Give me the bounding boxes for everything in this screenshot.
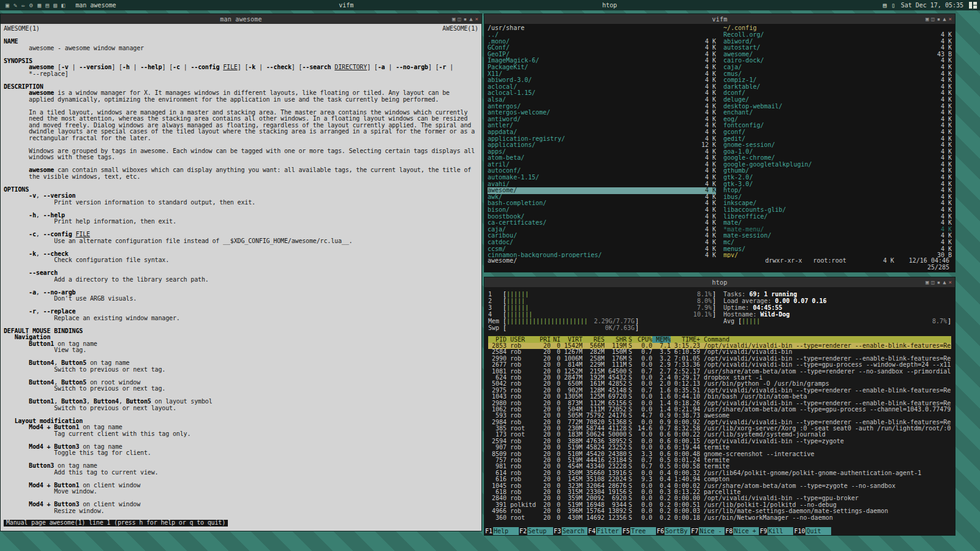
file-row[interactable]: alsa/4 K	[488, 97, 716, 103]
file-row[interactable]: gconf/4 K	[723, 129, 952, 136]
process-row[interactable]: 8509rob200510M4542024380S3.30.60:00.48gn…	[488, 451, 951, 457]
file-row[interactable]: caja/4 K	[488, 227, 716, 233]
file-row[interactable]: dconf/4 K	[723, 90, 952, 97]
fkey-f6-button[interactable]: F6SortBy	[656, 527, 690, 535]
file-row[interactable]: abiword/4 K	[723, 39, 952, 45]
fkey-f7-button[interactable]: F7Nice -	[690, 527, 725, 535]
floating-button[interactable]: ▣	[925, 277, 929, 287]
gear-tag-icon[interactable]: ⚙	[29, 2, 33, 9]
file-row[interactable]: catdoc/4 K	[488, 239, 716, 246]
file-row[interactable]: compiz-1/4 K	[723, 77, 952, 84]
htop-titlebar[interactable]: htop ▣◫▪▲×	[484, 277, 955, 287]
floating-button[interactable]: ▣	[925, 14, 929, 24]
close-button[interactable]: ×	[949, 14, 952, 24]
grid-tag-icon[interactable]: ▦	[37, 2, 41, 9]
file-row[interactable]: applications/12 K	[488, 142, 716, 149]
man-pager[interactable]: AWESOME(1) AWESOME(1) NAME awesome - awe…	[1, 24, 481, 531]
process-row[interactable]: 360root200430M1469212356S0.00.20:00.18/u…	[488, 515, 951, 521]
file-row[interactable]: deluge/4 K	[723, 97, 952, 103]
process-row[interactable]: 614rob200350M3566013916S0.00.40:00.32/us…	[488, 470, 951, 476]
square-tag-icon[interactable]: ▣	[6, 2, 9, 9]
file-row[interactable]: inkscape/4 K	[723, 200, 952, 207]
process-row[interactable]: 2984rob200772M7082051368S0.00.90:00.92/o…	[488, 419, 951, 425]
file-row[interactable]: .mono/4 K	[488, 39, 716, 45]
maximize-button[interactable]: ◫	[931, 14, 934, 24]
file-row[interactable]: autostart/4 K	[723, 45, 952, 51]
vifm-titlebar[interactable]: vifm ▣◫▪▲×	[484, 14, 955, 24]
fkey-f2-button[interactable]: F2Setup	[519, 527, 553, 535]
file-row[interactable]: GConf/4 K	[488, 45, 716, 51]
file-row[interactable]: cmus/4 K	[723, 71, 952, 78]
fkey-f4-button[interactable]: F4Filter	[587, 527, 622, 535]
file-row[interactable]: mate/4 K	[723, 220, 952, 227]
process-row[interactable]: 2677rob200814M229M111MS0.02.97:33.36/opt…	[488, 362, 951, 368]
file-row[interactable]: bison/4 K	[488, 207, 716, 214]
file-row[interactable]: gnome-session/4 K	[723, 142, 952, 149]
process-row[interactable]: 5042rob200650M161M42852S0.02.00:12.13/us…	[488, 381, 951, 387]
file-row[interactable]: mc/4 K	[723, 239, 952, 246]
file-row[interactable]: Recoll.org/4 K	[723, 32, 952, 39]
file-row[interactable]: fontconfig/4 K	[723, 122, 952, 129]
file-row[interactable]: darktable/4 K	[723, 84, 952, 91]
process-row[interactable]: 2594rob200388M4763638952S0.00.60:00.15/o…	[488, 438, 951, 444]
ontop-button[interactable]: ▲	[469, 14, 472, 24]
column-header-pri[interactable]: PRI	[537, 336, 551, 343]
file-row[interactable]: gedit/4 K	[723, 136, 952, 143]
sticky-button[interactable]: ▪	[464, 14, 467, 24]
file-row[interactable]: caja/4 K	[723, 64, 952, 71]
fkey-f10-button[interactable]: F10Quit	[793, 527, 831, 535]
column-header-shr[interactable]: SHR	[605, 336, 627, 343]
file-row[interactable]: bash-completion/4 K	[488, 200, 716, 207]
column-header-ni[interactable]: NI	[551, 336, 560, 343]
half-square-tag-icon[interactable]: ◧	[61, 2, 65, 9]
file-row[interactable]: enchant/4 K	[723, 110, 952, 116]
file-row[interactable]: aclocal/4 K	[488, 84, 716, 91]
file-row[interactable]: *mate-menu/4 K	[723, 227, 952, 233]
file-row[interactable]: atom-beta/4 K	[488, 155, 716, 162]
column-header-time[interactable]: TIME+	[671, 336, 700, 343]
file-row[interactable]: autoconf/4 K	[488, 168, 716, 174]
file-row[interactable]: htop/4 K	[723, 187, 952, 194]
column-header-mem[interactable]: MEM%	[652, 336, 671, 343]
fkey-f5-button[interactable]: F5Tree	[622, 527, 656, 535]
file-row[interactable]: goa-1.0/4 K	[723, 149, 952, 156]
maximize-button[interactable]: ◫	[931, 277, 934, 287]
fkey-f3-button[interactable]: F3Search	[553, 527, 587, 535]
file-row[interactable]: awk/4 K	[488, 194, 716, 201]
process-row[interactable]: 2584rob2001267M282M150MS0.73.56:10.59/op…	[488, 349, 951, 355]
process-row[interactable]: 4966rob200396M1576413892S0.00.20:00.03/u…	[488, 508, 951, 514]
process-row[interactable]: 624rob2002847M192M45432S0.02.40:29.17dro…	[488, 375, 951, 381]
file-row[interactable]: gtk-3.0/4 K	[723, 181, 952, 188]
document-icon[interactable]: ▤	[883, 2, 887, 9]
tasklist-item-vifm[interactable]: vifm	[334, 2, 597, 9]
process-row[interactable]: 981rob200454M4334023228S0.70.50:00.58ter…	[488, 463, 951, 470]
ontop-button[interactable]: ▲	[943, 277, 946, 287]
file-row[interactable]: boostbook/4 K	[488, 214, 716, 220]
close-button[interactable]: ×	[475, 14, 478, 24]
process-row[interactable]: 2980rob200873M112M65156S0.01.40:18.26/op…	[488, 400, 951, 407]
file-row[interactable]: application-registry/4 K	[488, 136, 716, 143]
fkey-f9-button[interactable]: F9Kill	[759, 527, 793, 535]
file-row[interactable]: ibus/4 K	[723, 194, 952, 201]
file-row[interactable]: gthumb/4 K	[723, 168, 952, 174]
file-row[interactable]: antergos/4 K	[488, 103, 716, 110]
process-row[interactable]: 2975rob200902M128M45148S0.71.60:35.51/op…	[488, 388, 951, 394]
file-row[interactable]: GeoIP/4 K	[488, 51, 716, 58]
column-header-command[interactable]: Command	[700, 336, 951, 343]
ontop-button[interactable]: ▲	[943, 14, 946, 24]
file-row[interactable]: apps/4 K	[488, 149, 716, 156]
file-row[interactable]: X11/4 K	[488, 71, 716, 78]
file-row[interactable]: aclocal-1.15/4 K	[488, 90, 716, 97]
process-row[interactable]: 391polkitd200519M169489344S0.00.20:00.51…	[488, 502, 951, 508]
file-row[interactable]: automake-1.15/4 K	[488, 174, 716, 181]
file-row[interactable]: atril/4 K	[488, 162, 716, 168]
column-header-pid[interactable]: PID	[488, 336, 507, 343]
file-row[interactable]: ../	[488, 32, 716, 39]
column-header-s[interactable]: S	[627, 336, 634, 343]
file-row[interactable]: libreoffice/4 K	[723, 214, 952, 220]
file-row[interactable]: mate-session/4 K	[723, 233, 952, 239]
file-row[interactable]: libaccounts-glib/4 K	[723, 207, 952, 214]
file-row[interactable]: PackageKit/4 K	[488, 64, 716, 71]
file-row[interactable]: menus/4 K	[723, 246, 952, 253]
column-header-res[interactable]: RES	[582, 336, 605, 343]
